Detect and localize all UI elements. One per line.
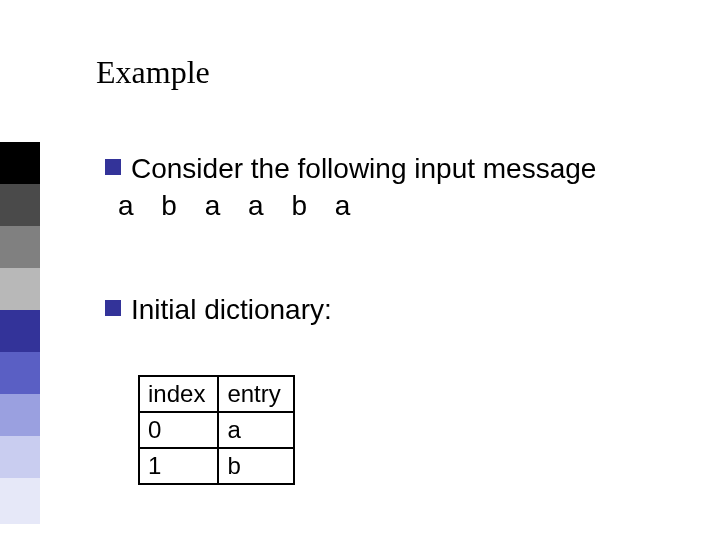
table-header-index: index [139, 376, 218, 412]
accent-seg-7 [0, 436, 40, 478]
accent-seg-2 [0, 226, 40, 268]
accent-seg-0 [0, 142, 40, 184]
accent-bar [0, 142, 40, 524]
accent-seg-4 [0, 310, 40, 352]
accent-seg-6 [0, 394, 40, 436]
bullet-square-icon [105, 300, 121, 316]
slide: Example Consider the following input mes… [0, 0, 720, 540]
bullet-initial: Initial dictionary: [105, 292, 332, 327]
table-cell-index: 0 [139, 412, 218, 448]
table-cell-entry: a [218, 412, 293, 448]
table-header-entry: entry [218, 376, 293, 412]
input-message: a b a a b a [118, 190, 360, 222]
bullet-initial-text: Initial dictionary: [131, 292, 332, 327]
accent-seg-3 [0, 268, 40, 310]
bullet-square-icon [105, 159, 121, 175]
bullet-consider: Consider the following input message [105, 151, 596, 186]
dictionary-table: index entry 0 a 1 b [138, 375, 295, 485]
accent-seg-5 [0, 352, 40, 394]
table-cell-entry: b [218, 448, 293, 484]
accent-seg-1 [0, 184, 40, 226]
table-cell-index: 1 [139, 448, 218, 484]
table-header-row: index entry [139, 376, 294, 412]
table-row: 1 b [139, 448, 294, 484]
accent-seg-8 [0, 478, 40, 524]
slide-title: Example [96, 54, 210, 91]
bullet-consider-text: Consider the following input message [131, 151, 596, 186]
table-row: 0 a [139, 412, 294, 448]
